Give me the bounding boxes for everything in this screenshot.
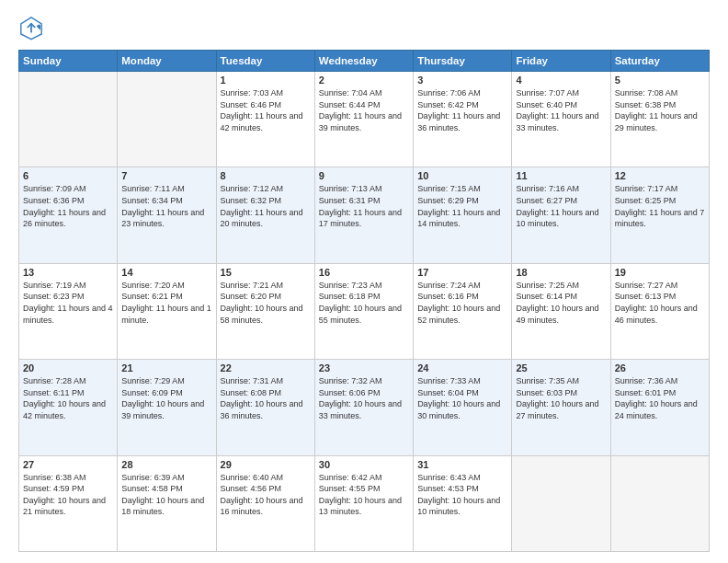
week-row-5: 27Sunrise: 6:38 AM Sunset: 4:59 PM Dayli… (19, 455, 710, 551)
cell-info: Sunrise: 7:28 AM Sunset: 6:11 PM Dayligh… (23, 375, 113, 421)
calendar-cell: 4Sunrise: 7:07 AM Sunset: 6:40 PM Daylig… (512, 72, 610, 167)
cell-info: Sunrise: 7:12 AM Sunset: 6:32 PM Dayligh… (221, 183, 311, 229)
calendar-header: SundayMondayTuesdayWednesdayThursdayFrid… (19, 51, 710, 72)
header (18, 15, 710, 40)
day-number: 31 (417, 459, 507, 470)
column-header-thursday: Thursday (414, 51, 512, 72)
day-number: 8 (221, 170, 311, 181)
cell-info: Sunrise: 7:16 AM Sunset: 6:27 PM Dayligh… (516, 183, 606, 229)
calendar-cell: 21Sunrise: 7:29 AM Sunset: 6:09 PM Dayli… (118, 360, 216, 455)
day-number: 30 (319, 459, 409, 470)
logo (18, 15, 48, 40)
day-number: 4 (516, 75, 606, 86)
cell-info: Sunrise: 7:20 AM Sunset: 6:21 PM Dayligh… (121, 280, 211, 326)
day-number: 26 (615, 362, 705, 373)
column-header-sunday: Sunday (19, 51, 118, 72)
calendar-cell: 17Sunrise: 7:24 AM Sunset: 6:16 PM Dayli… (414, 263, 512, 359)
cell-info: Sunrise: 7:33 AM Sunset: 6:04 PM Dayligh… (417, 375, 507, 421)
day-number: 7 (121, 170, 211, 181)
cell-info: Sunrise: 6:40 AM Sunset: 4:56 PM Dayligh… (221, 472, 311, 518)
calendar-cell: 14Sunrise: 7:20 AM Sunset: 6:21 PM Dayli… (118, 263, 216, 359)
day-number: 5 (615, 75, 705, 86)
day-number: 21 (121, 362, 211, 373)
calendar-cell: 7Sunrise: 7:11 AM Sunset: 6:34 PM Daylig… (118, 167, 216, 263)
day-number: 1 (221, 75, 311, 86)
cell-info: Sunrise: 7:25 AM Sunset: 6:14 PM Dayligh… (516, 280, 606, 326)
cell-info: Sunrise: 7:36 AM Sunset: 6:01 PM Dayligh… (615, 375, 705, 421)
day-number: 14 (121, 267, 211, 278)
cell-info: Sunrise: 7:35 AM Sunset: 6:03 PM Dayligh… (516, 375, 606, 421)
day-number: 15 (221, 267, 311, 278)
day-number: 20 (23, 362, 113, 373)
day-number: 3 (417, 75, 507, 86)
calendar-cell (118, 72, 216, 167)
day-number: 19 (615, 267, 705, 278)
cell-info: Sunrise: 7:03 AM Sunset: 6:46 PM Dayligh… (221, 87, 311, 133)
day-number: 9 (319, 170, 409, 181)
cell-info: Sunrise: 6:42 AM Sunset: 4:55 PM Dayligh… (319, 472, 409, 518)
calendar-cell: 26Sunrise: 7:36 AM Sunset: 6:01 PM Dayli… (610, 360, 709, 455)
cell-info: Sunrise: 7:32 AM Sunset: 6:06 PM Dayligh… (319, 375, 409, 421)
calendar-cell: 22Sunrise: 7:31 AM Sunset: 6:08 PM Dayli… (216, 360, 314, 455)
calendar-cell: 23Sunrise: 7:32 AM Sunset: 6:06 PM Dayli… (314, 360, 413, 455)
calendar-cell: 5Sunrise: 7:08 AM Sunset: 6:38 PM Daylig… (610, 72, 709, 167)
day-number: 12 (615, 170, 705, 181)
calendar-cell: 16Sunrise: 7:23 AM Sunset: 6:18 PM Dayli… (314, 263, 413, 359)
calendar-cell: 9Sunrise: 7:13 AM Sunset: 6:31 PM Daylig… (314, 167, 413, 263)
cell-info: Sunrise: 7:31 AM Sunset: 6:08 PM Dayligh… (221, 375, 311, 421)
day-number: 16 (319, 267, 409, 278)
day-number: 6 (23, 170, 113, 181)
calendar-cell: 28Sunrise: 6:39 AM Sunset: 4:58 PM Dayli… (118, 455, 216, 551)
calendar-cell: 18Sunrise: 7:25 AM Sunset: 6:14 PM Dayli… (512, 263, 610, 359)
day-number: 17 (417, 267, 507, 278)
cell-info: Sunrise: 7:13 AM Sunset: 6:31 PM Dayligh… (319, 183, 409, 229)
calendar-cell (610, 455, 709, 551)
column-header-wednesday: Wednesday (314, 51, 413, 72)
cell-info: Sunrise: 7:15 AM Sunset: 6:29 PM Dayligh… (417, 183, 507, 229)
calendar-cell: 19Sunrise: 7:27 AM Sunset: 6:13 PM Dayli… (610, 263, 709, 359)
cell-info: Sunrise: 7:27 AM Sunset: 6:13 PM Dayligh… (615, 280, 705, 326)
cell-info: Sunrise: 6:43 AM Sunset: 4:53 PM Dayligh… (417, 472, 507, 518)
column-header-friday: Friday (512, 51, 610, 72)
page: SundayMondayTuesdayWednesdayThursdayFrid… (0, 0, 728, 563)
calendar-cell (19, 72, 118, 167)
cell-info: Sunrise: 7:19 AM Sunset: 6:23 PM Dayligh… (23, 280, 113, 326)
calendar-cell: 24Sunrise: 7:33 AM Sunset: 6:04 PM Dayli… (414, 360, 512, 455)
calendar: SundayMondayTuesdayWednesdayThursdayFrid… (18, 50, 710, 552)
week-row-4: 20Sunrise: 7:28 AM Sunset: 6:11 PM Dayli… (19, 360, 710, 455)
cell-info: Sunrise: 7:21 AM Sunset: 6:20 PM Dayligh… (221, 280, 311, 326)
calendar-cell: 2Sunrise: 7:04 AM Sunset: 6:44 PM Daylig… (314, 72, 413, 167)
calendar-body: 1Sunrise: 7:03 AM Sunset: 6:46 PM Daylig… (19, 72, 710, 552)
cell-info: Sunrise: 6:38 AM Sunset: 4:59 PM Dayligh… (23, 472, 113, 518)
calendar-cell: 1Sunrise: 7:03 AM Sunset: 6:46 PM Daylig… (216, 72, 314, 167)
day-number: 10 (417, 170, 507, 181)
week-row-1: 1Sunrise: 7:03 AM Sunset: 6:46 PM Daylig… (19, 72, 710, 167)
cell-info: Sunrise: 7:11 AM Sunset: 6:34 PM Dayligh… (121, 183, 211, 229)
calendar-cell: 10Sunrise: 7:15 AM Sunset: 6:29 PM Dayli… (414, 167, 512, 263)
day-number: 22 (221, 362, 311, 373)
calendar-cell: 15Sunrise: 7:21 AM Sunset: 6:20 PM Dayli… (216, 263, 314, 359)
calendar-cell: 27Sunrise: 6:38 AM Sunset: 4:59 PM Dayli… (19, 455, 118, 551)
calendar-cell: 6Sunrise: 7:09 AM Sunset: 6:36 PM Daylig… (19, 167, 118, 263)
calendar-cell (512, 455, 610, 551)
calendar-cell: 12Sunrise: 7:17 AM Sunset: 6:25 PM Dayli… (610, 167, 709, 263)
calendar-cell: 20Sunrise: 7:28 AM Sunset: 6:11 PM Dayli… (19, 360, 118, 455)
week-row-2: 6Sunrise: 7:09 AM Sunset: 6:36 PM Daylig… (19, 167, 710, 263)
column-header-monday: Monday (118, 51, 216, 72)
calendar-cell: 31Sunrise: 6:43 AM Sunset: 4:53 PM Dayli… (414, 455, 512, 551)
cell-info: Sunrise: 7:04 AM Sunset: 6:44 PM Dayligh… (319, 87, 409, 133)
header-row: SundayMondayTuesdayWednesdayThursdayFrid… (19, 51, 710, 72)
calendar-cell: 8Sunrise: 7:12 AM Sunset: 6:32 PM Daylig… (216, 167, 314, 263)
day-number: 11 (516, 170, 606, 181)
calendar-cell: 25Sunrise: 7:35 AM Sunset: 6:03 PM Dayli… (512, 360, 610, 455)
day-number: 18 (516, 267, 606, 278)
week-row-3: 13Sunrise: 7:19 AM Sunset: 6:23 PM Dayli… (19, 263, 710, 359)
column-header-tuesday: Tuesday (216, 51, 314, 72)
day-number: 28 (121, 459, 211, 470)
logo-icon (18, 15, 44, 40)
day-number: 25 (516, 362, 606, 373)
day-number: 29 (221, 459, 311, 470)
cell-info: Sunrise: 7:07 AM Sunset: 6:40 PM Dayligh… (516, 87, 606, 133)
day-number: 2 (319, 75, 409, 86)
day-number: 27 (23, 459, 113, 470)
